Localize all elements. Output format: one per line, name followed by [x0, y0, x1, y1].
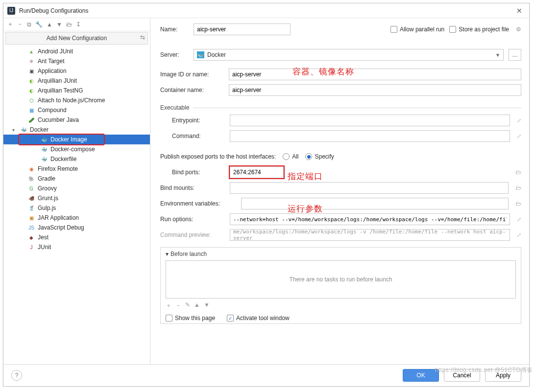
- tree-item[interactable]: 🐳Docker Image: [3, 135, 150, 144]
- tree-item-label: Docker Image: [50, 136, 87, 143]
- tree-item-label: Firefox Remote: [38, 165, 78, 172]
- tree-item[interactable]: 🐳Dockerfile: [3, 154, 150, 164]
- bind-mounts-field[interactable]: [230, 182, 509, 194]
- down-icon[interactable]: ▼: [56, 21, 62, 28]
- config-type-icon: ▣: [28, 214, 35, 221]
- tree-item[interactable]: 🐘Gradle: [3, 174, 150, 184]
- bind-ports-field[interactable]: [230, 166, 284, 178]
- executable-label: Executable: [160, 104, 189, 111]
- server-more-button[interactable]: …: [509, 49, 521, 61]
- add-icon[interactable]: ＋: [166, 301, 171, 310]
- config-type-icon: 🐗: [28, 195, 35, 202]
- image-id-field[interactable]: [229, 69, 521, 80]
- add-icon[interactable]: ＋: [7, 20, 13, 28]
- config-type-icon: ▣: [28, 68, 35, 74]
- up-icon[interactable]: ▲: [194, 301, 200, 310]
- sidebar-header[interactable]: Add New Configuration: [5, 32, 148, 45]
- config-type-icon: JS: [28, 224, 35, 231]
- show-page-checkbox[interactable]: Show this page: [166, 315, 215, 322]
- tree-item-label: Gulp.js: [38, 205, 56, 211]
- main-panel: Name: Allow parallel run Store as projec…: [150, 18, 529, 364]
- tree-item[interactable]: ▣JAR Application: [3, 213, 150, 223]
- titlebar: IJ Run/Debug Configurations ✕: [3, 3, 529, 18]
- config-type-icon: 🥒: [28, 116, 35, 123]
- tree-item[interactable]: JJUnit: [3, 242, 150, 252]
- store-project-checkbox[interactable]: Store as project file: [449, 26, 509, 33]
- tree-item-label: Ant Target: [38, 58, 64, 65]
- publish-ports-label: Publish exposed ports to the host interf…: [160, 153, 276, 160]
- copy-icon[interactable]: ⧉: [27, 21, 31, 28]
- remove-icon[interactable]: －: [17, 20, 23, 28]
- chevron-icon: ▾: [12, 127, 17, 133]
- tree-item-label: JavaScript Debug: [38, 224, 84, 231]
- help-button[interactable]: ?: [11, 370, 22, 381]
- config-type-icon: ◐: [28, 77, 35, 84]
- down-icon[interactable]: ▼: [204, 301, 210, 310]
- edit-icon[interactable]: ✎: [185, 301, 190, 310]
- tree-item-label: Docker: [30, 126, 49, 133]
- name-field[interactable]: [194, 23, 291, 35]
- server-combo[interactable]: 🐳 Docker ▼: [194, 49, 504, 61]
- close-icon[interactable]: ✕: [513, 5, 525, 17]
- expand-icon[interactable]: ⤢: [517, 133, 521, 139]
- env-vars-field[interactable]: [241, 198, 509, 209]
- before-launch-section: ▾Before launch There are no tasks to run…: [160, 247, 521, 324]
- expand-icon[interactable]: ⤢: [517, 232, 521, 238]
- tree-item[interactable]: ◐Arquillian TestNG: [3, 86, 150, 95]
- tree-item[interactable]: ▦Compound: [3, 105, 150, 115]
- docker-icon: 🐳: [197, 51, 204, 58]
- tasks-empty: There are no tasks to run before launch: [166, 260, 516, 299]
- gear-icon[interactable]: ⚙: [516, 26, 521, 33]
- tree-item-label: Application: [38, 68, 67, 74]
- tree-item[interactable]: 🐗Grunt.js: [3, 193, 150, 203]
- config-type-icon: 🐳: [41, 146, 48, 153]
- entrypoint-field[interactable]: [230, 115, 510, 126]
- config-type-icon: ◆: [28, 234, 35, 241]
- before-launch-header[interactable]: ▾Before launch: [166, 251, 516, 257]
- server-label: Server:: [160, 51, 189, 58]
- config-type-icon: 🥤: [28, 205, 35, 211]
- tree-item[interactable]: ▾🐳Docker: [3, 125, 150, 135]
- sort-icon[interactable]: ↧: [76, 21, 81, 28]
- tree-item[interactable]: ◆Jest: [3, 232, 150, 242]
- tree-item-label: Android JUnit: [38, 48, 73, 55]
- tree-item-label: JUnit: [38, 244, 51, 251]
- command-preview-label: Command preview:: [160, 231, 225, 238]
- allow-parallel-checkbox[interactable]: Allow parallel run: [390, 26, 444, 33]
- wrench-icon[interactable]: 🔧: [35, 21, 43, 28]
- up-icon[interactable]: ▲: [47, 21, 52, 28]
- tree-item[interactable]: ▲Android JUnit: [3, 46, 150, 56]
- expand-icon[interactable]: ⤢: [517, 216, 521, 223]
- tree-item[interactable]: GGroovy: [3, 184, 150, 193]
- collapse-icon[interactable]: ⇆: [140, 34, 145, 41]
- tree-item[interactable]: JSJavaScript Debug: [3, 223, 150, 232]
- run-options-field[interactable]: [230, 213, 510, 225]
- app-icon: IJ: [7, 7, 15, 15]
- tree-item-label: Dockerfile: [50, 156, 76, 162]
- ok-button[interactable]: OK: [403, 369, 439, 382]
- publish-specify-radio[interactable]: Specify: [305, 153, 334, 160]
- remove-icon[interactable]: －: [175, 301, 181, 310]
- folder-icon[interactable]: 🗁: [515, 169, 521, 176]
- tree-item[interactable]: ◐Arquillian JUnit: [3, 76, 150, 86]
- run-debug-dialog: IJ Run/Debug Configurations ✕ ＋ － ⧉ 🔧 ▲ …: [3, 3, 530, 387]
- tree-item[interactable]: 🥒Cucumber Java: [3, 115, 150, 125]
- tree-item[interactable]: 🐳Docker-compose: [3, 144, 150, 154]
- tree-item[interactable]: ▣Application: [3, 66, 150, 76]
- folder-icon[interactable]: 🗁: [515, 184, 521, 191]
- watermark: https://blog.csdn.net @51CTO博客: [435, 366, 533, 374]
- container-name-field[interactable]: [229, 84, 521, 96]
- tree-item[interactable]: ⬡Attach to Node.js/Chrome: [3, 95, 150, 105]
- folder-icon[interactable]: 🗁: [66, 21, 72, 28]
- command-field[interactable]: [230, 130, 510, 142]
- expand-icon[interactable]: ⤢: [517, 117, 521, 124]
- tree-item-label: Arquillian JUnit: [38, 77, 77, 84]
- tree-item[interactable]: ◉Firefox Remote: [3, 164, 150, 174]
- folder-icon[interactable]: 🗁: [515, 200, 521, 207]
- tree-item-label: JAR Application: [38, 214, 79, 221]
- tree-item[interactable]: ✱Ant Target: [3, 56, 150, 66]
- activate-window-checkbox[interactable]: Activate tool window: [227, 315, 290, 322]
- publish-all-radio[interactable]: All: [283, 153, 298, 160]
- tree-item[interactable]: 🥤Gulp.js: [3, 203, 150, 213]
- tree-item-label: Groovy: [38, 185, 57, 192]
